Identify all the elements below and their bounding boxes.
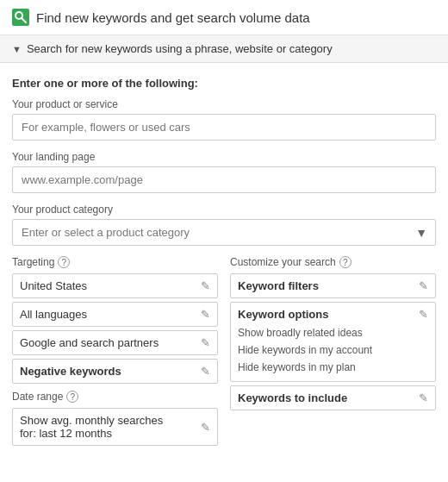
keyword-option-2: Hide keywords in my account [238,341,428,359]
targeting-item-country[interactable]: United States ✎ [12,273,218,298]
keyword-filters-title: Keyword filters [238,279,319,292]
category-label: Your product category [12,203,436,216]
edit-network-icon: ✎ [201,336,210,349]
form-intro: Enter one or more of the following: [12,77,436,90]
keywords-to-include-item: Keywords to include ✎ [230,385,436,410]
landing-label: Your landing page [12,151,436,163]
product-field-group: Your product or service [12,98,436,141]
edit-country-icon: ✎ [201,279,210,292]
date-range-help-icon[interactable]: ? [66,391,78,403]
keyword-filters-item: Keyword filters ✎ [230,273,436,298]
category-select-wrapper: ▼ [12,219,436,246]
product-label: Your product or service [12,98,436,110]
date-range-item[interactable]: Show avg. monthly searchesfor: last 12 m… [12,408,218,446]
targeting-label: Targeting [12,256,54,268]
edit-keyword-filters-icon: ✎ [419,279,428,292]
keywords-to-include-title: Keywords to include [238,391,347,404]
right-column: Customize your search ? Keyword filters … [230,256,436,449]
date-range-value: Show avg. monthly searchesfor: last 12 m… [20,414,163,440]
keyword-option-1: Show broadly related ideas [238,324,428,341]
keyword-options-item: Keyword options ✎ Show broadly related i… [230,302,436,382]
edit-language-icon: ✎ [201,308,210,321]
collapsible-header[interactable]: ▼ Search for new keywords using a phrase… [12,42,436,55]
targeting-network-label: Google and search partners [20,336,159,349]
page-header: Find new keywords and get search volume … [0,0,448,35]
targeting-help-icon[interactable]: ? [58,256,70,268]
two-col-layout: Targeting ? United States ✎ All language… [12,256,436,449]
edit-keywords-to-include-icon: ✎ [419,391,428,404]
page-title: Find new keywords and get search volume … [36,10,310,25]
collapsible-label: Search for new keywords using a phrase, … [27,42,333,55]
customize-section-title: Customize your search ? [230,256,436,268]
targeting-language-label: All languages [20,308,87,321]
form-section: Enter one or more of the following: Your… [0,63,448,463]
keyword-options-sub: Show broadly related ideas Hide keywords… [238,324,428,376]
category-field-group: Your product category ▼ [12,203,436,246]
targeting-items: United States ✎ All languages ✎ Google a… [12,273,218,384]
keyword-option-3: Hide keywords in my plan [238,359,428,376]
date-range-label: Date range [12,391,63,403]
collapsible-section[interactable]: ▼ Search for new keywords using a phrase… [0,35,448,63]
landing-field-group: Your landing page [12,151,436,193]
collapse-arrow-icon: ▼ [12,44,22,54]
keyword-options-title: Keyword options [238,308,328,321]
keywords-to-include-header[interactable]: Keywords to include ✎ [238,391,428,404]
svg-rect-0 [12,9,29,26]
targeting-country-label: United States [20,279,87,292]
customize-help-icon[interactable]: ? [339,256,352,268]
targeting-negative-label: Negative keywords [20,365,121,378]
product-input[interactable] [12,114,436,141]
edit-date-range-icon: ✎ [201,421,210,434]
edit-keyword-options-icon: ✎ [419,308,428,321]
category-input[interactable] [12,219,436,246]
keyword-options-header[interactable]: Keyword options ✎ [238,308,428,321]
left-column: Targeting ? United States ✎ All language… [12,256,218,449]
landing-input[interactable] [12,166,436,193]
date-range-title: Date range ? [12,391,218,403]
keyword-filters-header[interactable]: Keyword filters ✎ [238,279,428,292]
targeting-item-network[interactable]: Google and search partners ✎ [12,330,218,355]
targeting-item-language[interactable]: All languages ✎ [12,302,218,327]
targeting-item-negative[interactable]: Negative keywords ✎ [12,359,218,384]
search-icon [12,9,29,26]
targeting-section-title: Targeting ? [12,256,218,268]
date-range-section: Date range ? Show avg. monthly searchesf… [12,391,218,446]
edit-negative-icon: ✎ [201,365,210,378]
customize-label: Customize your search [230,256,336,268]
